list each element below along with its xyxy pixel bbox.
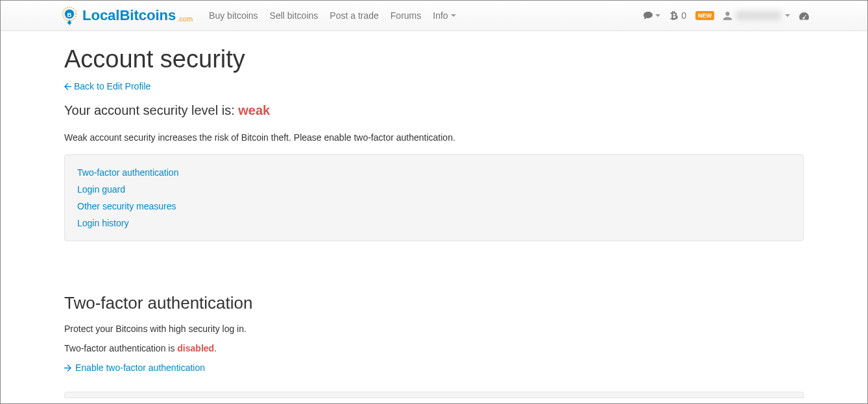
btc-balance: 0 bbox=[681, 10, 686, 21]
toc-login-guard-link[interactable]: Login guard bbox=[77, 184, 791, 195]
enable-tfa-label: Enable two-factor authentication bbox=[75, 362, 205, 373]
tfa-status-value: disabled bbox=[177, 343, 214, 353]
nav-info[interactable]: Info bbox=[433, 10, 455, 21]
tfa-status-suffix: . bbox=[214, 343, 217, 353]
chat-icon bbox=[644, 11, 653, 20]
svg-text:B: B bbox=[67, 11, 72, 18]
brand-logo[interactable]: B LocalBitcoins .com bbox=[59, 5, 193, 26]
gauge-icon bbox=[799, 11, 809, 21]
user-menu[interactable] bbox=[723, 11, 790, 20]
tfa-status-prefix: Two-factor authentication is bbox=[64, 343, 177, 353]
back-to-profile-link[interactable]: Back to Edit Profile bbox=[64, 81, 151, 91]
toc-tfa-link[interactable]: Two-factor authentication bbox=[77, 167, 791, 178]
username-redacted bbox=[736, 11, 781, 20]
chevron-down-icon bbox=[451, 14, 456, 17]
toc-history-link[interactable]: Login history bbox=[77, 218, 791, 228]
main-content: Account security Back to Edit Profile Yo… bbox=[54, 45, 814, 398]
arrow-right-icon bbox=[64, 364, 71, 372]
chevron-down-icon bbox=[785, 14, 790, 17]
logo-icon: B bbox=[59, 5, 82, 26]
nav-right: 0 NEW bbox=[644, 10, 867, 21]
new-badge: NEW bbox=[695, 11, 714, 20]
page-title: Account security bbox=[64, 45, 804, 73]
security-toc: Two-factor authentication Login guard Ot… bbox=[64, 154, 804, 241]
security-level-heading: Your account security level is: weak bbox=[64, 103, 804, 118]
toc-other-link[interactable]: Other security measures bbox=[77, 201, 791, 211]
next-well-top bbox=[64, 392, 804, 398]
nav-sell[interactable]: Sell bitcoins bbox=[270, 10, 319, 21]
navbar: B LocalBitcoins .com Buy bitcoins Sell b… bbox=[1, 1, 867, 31]
chevron-down-icon bbox=[655, 14, 660, 17]
user-icon bbox=[723, 12, 732, 20]
wallet-balance[interactable]: 0 bbox=[669, 10, 686, 21]
tfa-heading: Two-factor authentication bbox=[64, 293, 804, 313]
tfa-description: Protect your Bitcoins with high security… bbox=[64, 324, 804, 334]
bitcoin-icon bbox=[669, 11, 679, 20]
nav-forums[interactable]: Forums bbox=[391, 10, 421, 21]
enable-tfa-link[interactable]: Enable two-factor authentication bbox=[64, 362, 205, 373]
brand-tld: .com bbox=[177, 15, 193, 23]
brand-text: LocalBitcoins bbox=[82, 7, 176, 24]
back-link-label: Back to Edit Profile bbox=[74, 81, 151, 91]
nav-info-label: Info bbox=[433, 10, 448, 21]
security-level-value: weak bbox=[238, 103, 270, 117]
dashboard-link[interactable] bbox=[799, 11, 809, 21]
arrow-left-icon bbox=[64, 83, 71, 90]
nav-post[interactable]: Post a trade bbox=[330, 10, 379, 21]
nav-links: Buy bitcoins Sell bitcoins Post a trade … bbox=[209, 10, 644, 21]
messages-dropdown[interactable] bbox=[644, 11, 660, 20]
tfa-status: Two-factor authentication is disabled. bbox=[64, 343, 804, 353]
security-level-label: Your account security level is: bbox=[64, 103, 238, 117]
nav-buy[interactable]: Buy bitcoins bbox=[209, 10, 258, 21]
security-warning: Weak account security increases the risk… bbox=[64, 132, 804, 143]
